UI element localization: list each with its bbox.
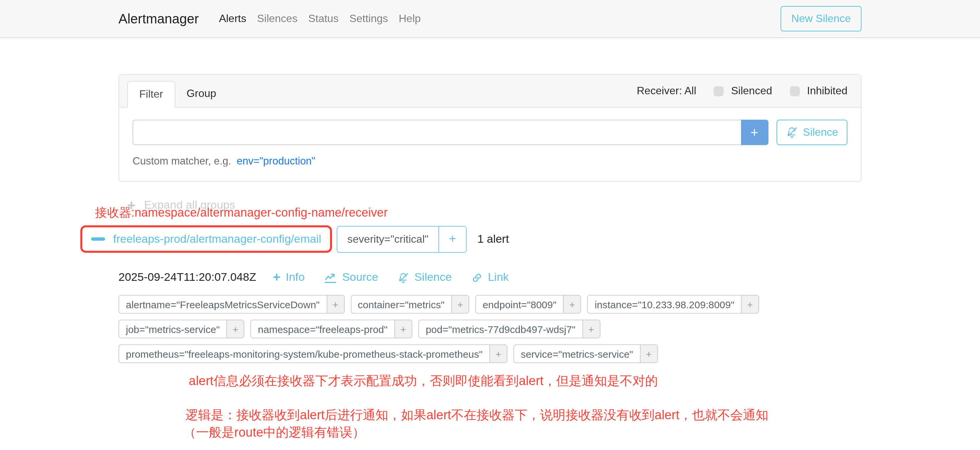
filter-panel-header: Filter Group Receiver: All Silenced Inhi…	[119, 75, 861, 108]
alert-label-tag: service="metrics-service" +	[514, 344, 658, 363]
add-label-filter-button[interactable]: +	[227, 320, 244, 338]
alert-label-text: job="metrics-service"	[119, 320, 227, 338]
source-label: Source	[342, 271, 378, 284]
alert-label-tag: pod="metrics-77d9cdb497-wdsj7" +	[418, 320, 600, 338]
inhibited-checkbox-group[interactable]: Inhibited	[789, 85, 848, 97]
group-matcher-add-button[interactable]: +	[439, 227, 466, 252]
alert-label-text: namespace="freeleaps-prod"	[251, 320, 394, 338]
main-content: Filter Group Receiver: All Silenced Inhi…	[118, 74, 862, 441]
app-brand[interactable]: Alertmanager	[118, 11, 199, 26]
alert-count: 1 alert	[477, 232, 509, 246]
silenced-label: Silenced	[731, 85, 772, 97]
add-label-filter-button[interactable]: +	[326, 296, 344, 313]
logic-annotation-line2: （一般是route中的逻辑有错误）	[183, 424, 862, 441]
alert-label-text: service="metrics-service"	[514, 345, 640, 363]
top-navbar: Alertmanager Alerts Silences Status Sett…	[0, 0, 980, 38]
info-button[interactable]: + Info	[273, 271, 305, 284]
alert-annotation-text: alert信息必须在接收器下才表示配置成功，否则即使能看到alert，但是通知是…	[189, 372, 862, 390]
alert-label-tag: namespace="freeleaps-prod" +	[251, 320, 412, 338]
group-matcher: severity="critical" +	[337, 226, 466, 252]
helper-example-link[interactable]: env="production"	[237, 155, 315, 166]
alert-label-tag: endpoint="8009" +	[475, 295, 581, 314]
receiver-group-button[interactable]: freeleaps-prod/alertmanager-config/email	[80, 225, 332, 253]
alert-label-tag: job="metrics-service" +	[118, 320, 245, 338]
alert-labels: alertname="FreeleapsMetricsServiceDown" …	[118, 295, 815, 369]
nav-item-alerts[interactable]: Alerts	[213, 13, 252, 25]
nav-item-settings[interactable]: Settings	[344, 13, 394, 25]
nav-item-status[interactable]: Status	[303, 13, 344, 25]
silence-filter-button[interactable]: Silence	[776, 120, 848, 145]
alert-label-text: instance="10.233.98.209:8009"	[588, 296, 741, 313]
alert-meta-row: 2025-09-24T11:20:07.048Z + Info Source	[118, 271, 862, 284]
silence-alert-button[interactable]: Silence	[398, 271, 452, 284]
add-label-filter-button[interactable]: +	[741, 296, 759, 313]
alert-label-text: endpoint="8009"	[476, 296, 563, 313]
filter-panel: Filter Group Receiver: All Silenced Inhi…	[118, 74, 862, 182]
link-button[interactable]: Link	[471, 271, 509, 284]
bell-slash-icon	[398, 272, 409, 283]
add-label-filter-button[interactable]: +	[489, 345, 507, 363]
add-matcher-button[interactable]: +	[741, 120, 768, 145]
filter-panel-body: + Silence Custom matcher, e.g. env="prod…	[119, 108, 861, 181]
chart-line-icon	[324, 272, 337, 283]
alert-label-text: pod="metrics-77d9cdb497-wdsj7"	[419, 320, 582, 338]
add-label-filter-button[interactable]: +	[394, 320, 412, 338]
add-label-filter-button[interactable]: +	[451, 296, 469, 313]
filter-tabs: Filter Group	[127, 81, 228, 108]
group-matcher-label: severity="critical"	[337, 227, 439, 252]
link-label: Link	[488, 271, 509, 284]
receiver-filter[interactable]: Receiver: All	[636, 85, 696, 97]
silence-button-label: Silence	[803, 127, 838, 138]
alert-label-text: alertname="FreeleapsMetricsServiceDown"	[119, 296, 326, 313]
alert-timestamp: 2025-09-24T11:20:07.048Z	[118, 271, 256, 284]
new-silence-button[interactable]: New Silence	[781, 6, 862, 32]
alert-label-tag: instance="10.233.98.209:8009" +	[587, 295, 759, 314]
inhibited-checkbox[interactable]	[789, 86, 800, 96]
nav-item-help[interactable]: Help	[393, 13, 426, 25]
plus-icon: +	[273, 272, 280, 283]
nav-item-silences[interactable]: Silences	[252, 13, 303, 25]
silenced-checkbox[interactable]	[714, 86, 724, 96]
alert-groups-section: + Expand all groups 接收器:namespace/alterm…	[118, 199, 862, 441]
page: Alertmanager Alerts Silences Status Sett…	[0, 0, 980, 450]
source-button[interactable]: Source	[324, 271, 378, 284]
alert-label-text: prometheus="freeleaps-monitoring-system/…	[119, 345, 489, 363]
logic-annotation-line1: 逻辑是：接收器收到alert后进行通知，如果alert不在接收器下，说明接收器没…	[185, 407, 862, 424]
collapse-minus-icon	[91, 238, 105, 241]
matcher-helper: Custom matcher, e.g. env="production"	[132, 155, 848, 167]
bell-slash-icon	[786, 127, 798, 138]
helper-text: Custom matcher, e.g.	[132, 155, 231, 166]
receiver-annotation-text: 接收器:namespace/altermanager-config-name/r…	[95, 204, 862, 221]
info-label: Info	[286, 271, 305, 284]
alert-label-tag: alertname="FreeleapsMetricsServiceDown" …	[118, 295, 344, 314]
alert-label-tag: container="metrics" +	[350, 295, 469, 314]
tab-filter[interactable]: Filter	[127, 81, 175, 108]
tab-group[interactable]: Group	[175, 81, 228, 108]
logic-annotation-text: 逻辑是：接收器收到alert后进行通知，如果alert不在接收器下，说明接收器没…	[185, 407, 862, 441]
receiver-group-name: freeleaps-prod/alertmanager-config/email	[113, 232, 321, 246]
matcher-input[interactable]	[132, 120, 741, 145]
inhibited-label: Inhibited	[807, 85, 848, 97]
add-label-filter-button[interactable]: +	[640, 345, 657, 363]
receiver-group-row: freeleaps-prod/alertmanager-config/email…	[80, 225, 862, 253]
alert-label-text: container="metrics"	[351, 296, 451, 313]
silence-label: Silence	[414, 271, 452, 284]
add-label-filter-button[interactable]: +	[582, 320, 600, 338]
silenced-checkbox-group[interactable]: Silenced	[714, 85, 772, 97]
add-label-filter-button[interactable]: +	[563, 296, 581, 313]
chain-link-icon	[471, 272, 483, 283]
alert-label-tag: prometheus="freeleaps-monitoring-system/…	[118, 344, 508, 363]
